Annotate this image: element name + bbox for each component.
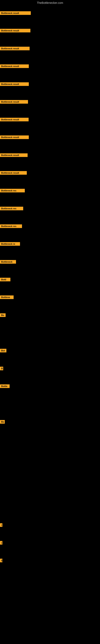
bottleneck-badge[interactable]: Bottl <box>0 278 10 281</box>
bottleneck-row: Bottle <box>0 384 10 389</box>
bottleneck-badge[interactable]: Bottleneck result <box>0 136 29 139</box>
bottleneck-badge[interactable]: Bottle <box>0 384 10 388</box>
bottleneck-row: Bottleneck result <box>0 171 27 176</box>
bottleneck-badge[interactable]: Bottleneck result <box>0 100 28 104</box>
bottleneck-row: Bottlene <box>0 296 14 300</box>
bottleneck-row: Bottleneck result <box>0 47 30 51</box>
bottleneck-row: Bottleneck res <box>0 224 22 229</box>
bottleneck-badge[interactable]: Bottleneck result <box>0 29 30 32</box>
bottleneck-badge[interactable]: Bo <box>0 313 6 317</box>
bottleneck-row: Bottleneck result <box>0 136 29 140</box>
bottleneck-row: Bo <box>0 420 5 424</box>
bottleneck-badge[interactable]: Bottleneck res <box>0 189 25 192</box>
bottleneck-badge[interactable]: Bottleneck result <box>0 82 29 86</box>
bottleneck-row: Bottleneck result <box>0 118 29 122</box>
bottleneck-row: Bot <box>0 349 6 353</box>
bottleneck-badge[interactable]: E <box>0 559 2 562</box>
bottleneck-badge[interactable]: B <box>0 367 3 370</box>
bottleneck-row: Bottleneck result <box>0 11 31 16</box>
bottleneck-row: Bo <box>0 313 6 318</box>
bottleneck-row: Bottleneck result <box>0 100 28 104</box>
bottleneck-badge[interactable]: Bottleneck result <box>0 64 29 68</box>
bottleneck-badge[interactable]: Bottleneck result <box>0 153 28 157</box>
bottleneck-badge[interactable]: Bottleneck re <box>0 242 20 246</box>
bottleneck-row: Bottleneck res <box>0 189 25 193</box>
bottleneck-row: Bottleneck result <box>0 153 28 158</box>
bottleneck-row: B <box>0 367 3 371</box>
bottleneck-badge[interactable]: Bottleneck result <box>0 171 27 175</box>
bottleneck-badge[interactable]: | <box>0 541 2 544</box>
bottleneck-badge[interactable]: Bottleneck res <box>0 207 23 210</box>
bottleneck-badge[interactable]: Bottlene <box>0 296 14 299</box>
bottleneck-row: Bottleneck <box>0 260 16 264</box>
bottleneck-row: Bottleneck result <box>0 82 29 87</box>
bottleneck-row: Bottleneck res <box>0 207 23 211</box>
bottleneck-badge[interactable]: Bottleneck result <box>0 11 31 15</box>
bottleneck-badge[interactable]: | <box>0 523 2 527</box>
bottleneck-row: | <box>0 541 2 546</box>
bottleneck-row: E <box>0 559 2 563</box>
bottleneck-row: Bottleneck result <box>0 64 29 69</box>
bottleneck-badge[interactable]: Bottleneck res <box>0 224 22 228</box>
bottleneck-row: | <box>0 523 2 528</box>
bottleneck-row: Bottleneck re <box>0 242 20 246</box>
bottleneck-row: Bottleneck result <box>0 29 30 33</box>
bottleneck-row: Bottl <box>0 278 10 282</box>
bottleneck-badge[interactable]: Bot <box>0 349 6 352</box>
bottleneck-badge[interactable]: Bottleneck result <box>0 47 30 50</box>
bottleneck-badge[interactable]: Bo <box>0 420 5 424</box>
bottleneck-badge[interactable]: Bottleneck result <box>0 118 29 121</box>
bottleneck-badge[interactable]: Bottleneck <box>0 260 16 264</box>
site-title: TheBottlenecker.com <box>0 0 100 6</box>
